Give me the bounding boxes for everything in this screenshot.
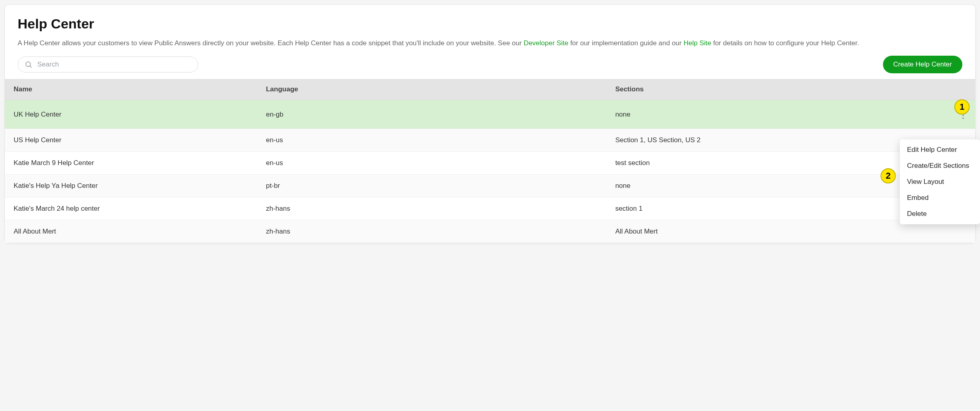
context-menu-item[interactable]: View Layout <box>900 174 980 190</box>
context-menu-item[interactable]: Delete <box>900 206 980 222</box>
cell-sections: All About Mert <box>606 220 951 243</box>
cell-language: pt-br <box>257 175 606 197</box>
cell-language: en-gb <box>257 100 606 129</box>
column-header-language[interactable]: Language <box>257 79 606 100</box>
cell-language: en-us <box>257 129 606 152</box>
search-icon <box>24 60 32 68</box>
page-title: Help Center <box>18 16 962 32</box>
description-text-3: for details on how to configure your Hel… <box>711 39 859 47</box>
help-center-card: Help Center A Help Center allows your cu… <box>5 5 975 243</box>
column-header-sections[interactable]: Sections <box>606 79 951 100</box>
cell-language: en-us <box>257 152 606 175</box>
annotation-callout-1: 1 <box>954 99 970 115</box>
table-row[interactable]: UK Help Centeren-gbnone <box>5 100 975 129</box>
help-site-link[interactable]: Help Site <box>684 39 711 47</box>
table-header-row: Name Language Sections <box>5 79 975 100</box>
cell-name: Katie's March 24 help center <box>5 197 257 220</box>
cell-language: zh-hans <box>257 220 606 243</box>
table-row[interactable]: Katie March 9 Help Centeren-ustest secti… <box>5 152 975 175</box>
description-text-1: A Help Center allows your customers to v… <box>18 39 524 47</box>
toolbar: Create Help Center <box>18 56 962 79</box>
table-row[interactable]: Katie's March 24 help centerzh-hanssecti… <box>5 197 975 220</box>
annotation-callout-2: 2 <box>881 168 896 183</box>
context-menu-item[interactable]: Create/Edit Sections <box>900 158 980 174</box>
description-text-2: for our implementation guide and our <box>568 39 683 47</box>
cell-name: US Help Center <box>5 129 257 152</box>
cell-language: zh-hans <box>257 197 606 220</box>
cell-name: All About Mert <box>5 220 257 243</box>
cell-sections: none <box>606 100 951 129</box>
column-header-name[interactable]: Name <box>5 79 257 100</box>
cell-name: Katie's Help Ya Help Center <box>5 175 257 197</box>
page-description: A Help Center allows your customers to v… <box>18 38 962 48</box>
help-center-table: Name Language Sections UK Help Centeren-… <box>5 79 975 243</box>
developer-site-link[interactable]: Developer Site <box>524 39 569 47</box>
cell-name: UK Help Center <box>5 100 257 129</box>
column-header-actions <box>951 79 975 100</box>
table-row[interactable]: US Help Centeren-usSection 1, US Section… <box>5 129 975 152</box>
search-field-wrap[interactable] <box>18 56 198 73</box>
table-row[interactable]: All About Mertzh-hansAll About Mert <box>5 220 975 243</box>
table-row[interactable]: Katie's Help Ya Help Centerpt-brnone <box>5 175 975 197</box>
row-context-menu: Edit Help CenterCreate/Edit SectionsView… <box>900 139 980 224</box>
create-help-center-button[interactable]: Create Help Center <box>883 56 962 73</box>
svg-point-0 <box>26 62 30 67</box>
cell-name: Katie March 9 Help Center <box>5 152 257 175</box>
svg-line-1 <box>30 66 32 68</box>
search-input[interactable] <box>36 60 191 69</box>
context-menu-item[interactable]: Edit Help Center <box>900 142 980 158</box>
context-menu-item[interactable]: Embed <box>900 190 980 206</box>
